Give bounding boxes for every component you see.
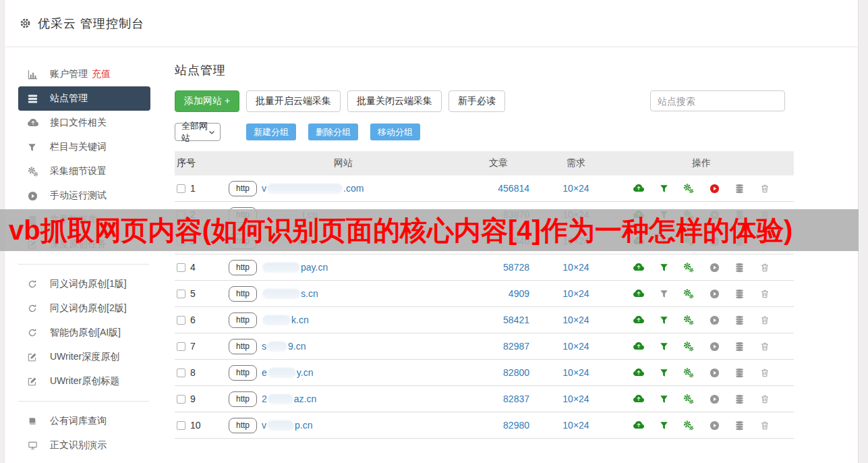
article-count-link[interactable]: 82987 [458, 341, 539, 352]
database-icon[interactable] [734, 342, 745, 352]
sidebar-item-collection-settings[interactable]: 采集细节设置 [5, 159, 157, 184]
cloud-upload-icon[interactable] [633, 262, 644, 273]
trash-icon[interactable] [760, 184, 770, 194]
cloud-upload-icon[interactable] [633, 393, 644, 404]
http-protocol-badge: http [229, 181, 257, 196]
cloud-upload-icon[interactable] [633, 341, 644, 352]
gears-icon[interactable] [683, 341, 694, 352]
database-icon[interactable] [734, 263, 745, 273]
redacted-domain-segment [268, 394, 293, 404]
row-checkbox[interactable] [177, 316, 185, 325]
filter-icon[interactable] [660, 369, 668, 377]
filter-icon[interactable] [660, 290, 668, 298]
new-group-button[interactable]: 新建分组 [246, 124, 296, 140]
play-icon[interactable] [710, 342, 720, 352]
move-group-button[interactable]: 移动分组 [370, 124, 420, 140]
trash-icon[interactable] [760, 342, 770, 352]
sidebar-item-columns-keywords[interactable]: 栏目与关键词 [5, 135, 157, 159]
sidebar-item-public-thesaurus-query[interactable]: 公有词库查询 [5, 409, 157, 433]
site-domain-link[interactable]: k.cn [262, 315, 309, 325]
row-checkbox[interactable] [177, 263, 185, 272]
sidebar-item-interface-files[interactable]: 接口文件相关 [5, 111, 157, 135]
row-checkbox[interactable] [177, 369, 185, 377]
row-checkbox[interactable] [177, 395, 185, 404]
add-site-button[interactable]: 添加网站 + [175, 90, 239, 112]
sidebar-item-site-management[interactable]: 站点管理 [18, 86, 150, 111]
site-domain-link[interactable]: 2az.cn [262, 393, 316, 404]
filter-icon[interactable] [660, 184, 668, 193]
article-count-link[interactable]: 4909 [458, 288, 539, 299]
sidebar-item-content-recognition-demo[interactable]: 正文识别演示 [5, 433, 157, 458]
filter-icon[interactable] [660, 316, 668, 325]
sidebar-item-synonym-rewrite-v2[interactable]: 同义词伪原创[2版] [5, 296, 157, 321]
filter-icon[interactable] [660, 421, 668, 430]
trash-icon[interactable] [760, 420, 770, 431]
play-icon[interactable] [710, 368, 720, 378]
trash-icon[interactable] [760, 394, 770, 404]
site-domain-link[interactable]: ey.cn [262, 367, 313, 378]
article-count-link[interactable]: 58728 [458, 262, 539, 273]
sidebar-item-ai-rewrite[interactable]: 智能伪原创[AI版] [5, 321, 157, 345]
sidebar-item-uwriter-deep-original[interactable]: UWriter深度原创 [5, 345, 157, 369]
filter-icon[interactable] [660, 395, 668, 404]
toolbar: 添加网站 + 批量开启云端采集 批量关闭云端采集 新手必读 [175, 90, 858, 112]
play-icon[interactable] [710, 394, 720, 404]
beginner-guide-button[interactable]: 新手必读 [449, 90, 505, 112]
play-icon[interactable] [710, 289, 720, 299]
site-search-input[interactable] [650, 90, 785, 111]
gears-icon[interactable] [683, 262, 694, 273]
play-icon[interactable] [710, 263, 720, 273]
database-icon[interactable] [734, 368, 745, 378]
database-icon[interactable] [734, 315, 745, 325]
gears-icon[interactable] [683, 367, 694, 378]
batch-open-collect-button[interactable]: 批量开启云端采集 [246, 90, 341, 112]
article-count-link[interactable]: 82837 [458, 393, 539, 404]
site-domain-link[interactable]: s.cn [262, 288, 318, 299]
cloud-upload-icon[interactable] [633, 288, 644, 299]
cloud-upload-icon[interactable] [633, 420, 644, 431]
filter-icon[interactable] [660, 342, 668, 351]
site-domain-link[interactable]: v.com [262, 183, 364, 194]
gears-icon[interactable] [683, 288, 694, 299]
gears-icon[interactable] [683, 315, 694, 325]
filter-icon[interactable] [660, 263, 668, 272]
cloud-upload-icon[interactable] [633, 183, 644, 194]
delete-group-button[interactable]: 删除分组 [308, 124, 358, 140]
sidebar-item-manual-run-test[interactable]: 手动运行测试 [5, 184, 157, 208]
gears-icon[interactable] [683, 393, 694, 404]
sidebar-item-account-management[interactable]: 账户管理充值 [5, 62, 157, 86]
article-count-link[interactable]: 82800 [458, 367, 539, 378]
database-icon[interactable] [734, 420, 745, 431]
site-domain-link[interactable]: s9.cn [262, 341, 306, 352]
gears-icon[interactable] [683, 183, 694, 194]
refresh-icon [28, 328, 42, 337]
cloud-upload-icon[interactable] [633, 315, 644, 325]
sidebar-item-synonym-rewrite-v1[interactable]: 同义词伪原创[1版] [5, 272, 157, 296]
article-count-link[interactable]: 456814 [458, 183, 539, 194]
database-icon[interactable] [734, 184, 745, 194]
site-domain-link[interactable]: pay.cn [262, 262, 328, 273]
trash-icon[interactable] [760, 289, 770, 299]
database-icon[interactable] [734, 289, 745, 299]
group-filter-select[interactable]: 全部网站 [175, 123, 221, 141]
article-count-link[interactable]: 58421 [458, 315, 539, 325]
trash-icon[interactable] [760, 263, 770, 273]
site-domain-link[interactable]: vp.cn [262, 420, 312, 431]
row-checkbox[interactable] [177, 342, 185, 351]
database-icon[interactable] [734, 394, 745, 404]
row-checkbox[interactable] [177, 184, 185, 193]
trash-icon[interactable] [760, 315, 770, 325]
http-protocol-badge: http [229, 286, 257, 302]
cloud-upload-icon[interactable] [633, 367, 644, 378]
sidebar-item-uwriter-original-title[interactable]: UWriter原创标题 [5, 369, 157, 393]
play-icon[interactable] [710, 315, 720, 325]
play-icon[interactable] [710, 420, 720, 431]
recharge-link[interactable]: 充值 [92, 68, 111, 80]
play-icon[interactable] [710, 184, 720, 194]
trash-icon[interactable] [760, 368, 770, 378]
row-checkbox[interactable] [177, 421, 185, 430]
batch-close-collect-button[interactable]: 批量关闭云端采集 [347, 90, 442, 112]
article-count-link[interactable]: 82980 [458, 420, 539, 431]
gears-icon[interactable] [683, 420, 694, 431]
row-checkbox[interactable] [177, 290, 185, 298]
